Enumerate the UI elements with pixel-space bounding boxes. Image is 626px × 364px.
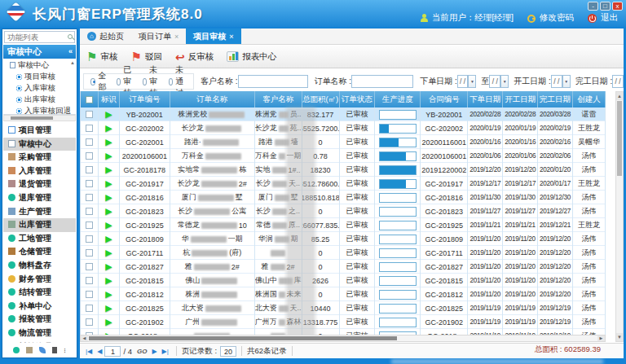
select-cell[interactable] <box>81 163 99 177</box>
row-checkbox[interactable] <box>86 318 93 326</box>
close-button[interactable]: x <box>612 2 623 11</box>
tree-item[interactable]: 项目审核 <box>3 71 76 82</box>
table-row[interactable]: ▶GC-201825北大资北大资天..10440已审核GC-2018252019… <box>81 301 606 315</box>
scroll-left-icon[interactable]: ◀ <box>81 335 88 341</box>
select-cell[interactable] <box>81 232 99 246</box>
驳回-button[interactable]: ⚑驳回 <box>130 50 161 63</box>
go-button[interactable]: GO <box>137 348 147 355</box>
报表中心-button[interactable]: 报表中心 <box>227 51 276 63</box>
maximize-button[interactable]: □ <box>600 2 611 11</box>
column-header-2[interactable]: 订单编号 <box>120 91 170 107</box>
table-row[interactable]: ▶GC-201827雅2#雅2#0已审核GC-2018272019/11/202… <box>81 260 606 274</box>
column-header-8[interactable]: 合同编号 <box>421 91 468 107</box>
row-checkbox[interactable] <box>86 166 93 173</box>
tab-项目订单[interactable]: 项目订单× <box>131 29 186 44</box>
select-cell[interactable] <box>81 107 99 121</box>
row-checkbox[interactable] <box>86 194 93 201</box>
minimize-button[interactable]: - <box>588 2 598 11</box>
select-all-checkbox[interactable] <box>86 96 93 103</box>
tab-close-icon[interactable]: × <box>229 33 233 41</box>
order-date-from-input[interactable]: / /▼ <box>457 75 469 88</box>
select-cell[interactable] <box>81 135 99 149</box>
order-name-input[interactable] <box>351 75 413 88</box>
select-cell[interactable] <box>81 204 99 218</box>
leaf-icon[interactable] <box>39 347 46 353</box>
sidebar-item-finance[interactable]: 财务管理 <box>3 273 76 287</box>
table-row[interactable]: ▶GC-201815佛山佛山中库2626已审核GC-2018152019/11/… <box>81 274 606 287</box>
building-icon[interactable] <box>52 347 57 353</box>
table-row[interactable]: ▶GC-202001路港·路港墙0已审核202001160012020/01/1… <box>81 135 606 149</box>
select-cell[interactable] <box>81 315 99 329</box>
scrollbar-thumb[interactable] <box>617 101 622 176</box>
row-checkbox[interactable] <box>86 263 93 270</box>
column-header-11[interactable]: 完工日期 <box>538 91 573 107</box>
logout-link[interactable]: 退出 <box>601 12 618 24</box>
row-checkbox[interactable] <box>86 305 93 312</box>
row-checkbox[interactable] <box>86 111 93 118</box>
tree-item[interactable]: 出库审核 <box>3 94 76 105</box>
function-search-input[interactable] <box>4 31 75 43</box>
row-checkbox[interactable] <box>86 291 93 298</box>
scroll-up-icon[interactable]: ▲ <box>616 92 623 100</box>
table-row[interactable]: ▶20200106001万科金万科金一期0.78已审核2020010600120… <box>81 149 606 163</box>
chevron-down-icon[interactable]: ▼ <box>468 75 476 88</box>
column-header-12[interactable]: 创建人 <box>573 91 606 107</box>
scrollbar-thumb[interactable] <box>89 336 397 340</box>
page-number-input[interactable]: 1 <box>104 346 121 357</box>
sidebar-item-consumables[interactable]: 耗材管理 <box>3 340 76 344</box>
sidebar-item-logistics[interactable]: 物流管理 <box>3 327 76 340</box>
table-scrollbar-horizontal[interactable]: ◀ ▶ <box>80 335 606 342</box>
column-header-10[interactable]: 开工日期 <box>503 91 538 107</box>
table-row[interactable]: ▶GC-201816厦门墅厦门墅188510.818已审核GC-20181620… <box>81 191 606 204</box>
tree-item[interactable]: 入库审核回退 <box>3 105 76 115</box>
column-header-0[interactable] <box>81 91 99 107</box>
table-row[interactable]: ▶GC-201809华一期华润期85.25已审核GC-2018092019/11… <box>81 232 606 246</box>
table-row[interactable]: ▶GC-201711杭(府)0已审核GC-2017112019/11/20201… <box>81 246 606 260</box>
tab-项目审核[interactable]: 项目审核× <box>186 29 240 44</box>
select-cell[interactable] <box>81 218 99 232</box>
table-row[interactable]: ▶GC-202002长沙龙长沙龙苑..65525.7200..已审核GC-202… <box>81 121 606 135</box>
tree-scrollbar-horizontal[interactable] <box>3 115 76 121</box>
column-header-9[interactable]: 下单日期 <box>468 91 503 107</box>
first-page-button[interactable]: |◀ <box>86 348 92 355</box>
sidebar-item-carryover[interactable]: 结转管理 <box>3 286 76 300</box>
sidebar-item-cart[interactable]: 采购管理 <box>3 151 76 164</box>
chevron-down-icon[interactable]: ▼ <box>500 75 509 88</box>
table-scrollbar-vertical[interactable]: ▲ ▼ <box>615 91 624 342</box>
table-row[interactable]: ▶GC-2018178实地常栋实地1#..18230已审核20191220002… <box>81 163 606 177</box>
tree-item[interactable]: 入库审核 <box>3 82 76 94</box>
start-date-input[interactable]: / /▼ <box>551 75 562 88</box>
table-row[interactable]: ▶GC-201823长沙公寓长沙之..0已审核GC-2018232019/11/… <box>81 204 606 218</box>
select-cell[interactable] <box>81 149 99 163</box>
table-row[interactable]: ▶GC-201902广州广州万森林13318.775已审核GC-20190220… <box>81 315 606 329</box>
customer-name-input[interactable] <box>238 75 308 88</box>
sidebar-item-warehouse[interactable]: 仓储管理 <box>3 245 76 259</box>
radio-全部[interactable]: 全部 <box>90 70 108 93</box>
finish-date-input[interactable]: / / <box>612 75 624 88</box>
column-header-5[interactable]: 总面积(㎡) <box>302 91 340 107</box>
row-checkbox[interactable] <box>86 152 93 160</box>
row-checkbox[interactable] <box>86 138 93 146</box>
more-icon[interactable]: ⁝ <box>64 347 66 354</box>
select-cell[interactable] <box>81 121 99 135</box>
row-checkbox[interactable] <box>86 125 93 132</box>
row-checkbox[interactable] <box>86 249 93 257</box>
sidebar-item-return-store[interactable]: 退库管理 <box>3 191 76 205</box>
column-header-6[interactable]: 订单状态 <box>340 91 376 107</box>
sidebar-item-document[interactable]: 项目管理 <box>3 124 76 138</box>
row-checkbox[interactable] <box>86 221 93 229</box>
tree-scrollbar-vertical[interactable]: ▲ <box>69 59 76 108</box>
column-header-1[interactable]: 标识 <box>99 91 120 107</box>
sidebar-item-clipboard[interactable]: 审核中心 <box>3 138 76 151</box>
table-row[interactable]: ▶GC-201812株洲株洲国未来0已审核GC-2018122019/11/20… <box>81 287 606 301</box>
table-row[interactable]: ▶GC-201925常德龙10常德原..266077.835..已审核GC-20… <box>81 218 606 232</box>
column-header-7[interactable]: 生产进度 <box>375 91 421 107</box>
prev-page-button[interactable]: ◀ <box>97 348 102 355</box>
order-date-to-input[interactable]: / /▼ <box>489 75 500 88</box>
row-checkbox[interactable] <box>86 208 93 215</box>
select-cell[interactable] <box>81 287 99 301</box>
select-cell[interactable] <box>81 191 99 204</box>
next-page-button[interactable]: ▶ <box>152 348 156 355</box>
last-page-button[interactable]: ▶| <box>162 348 169 355</box>
select-cell[interactable] <box>81 246 99 260</box>
